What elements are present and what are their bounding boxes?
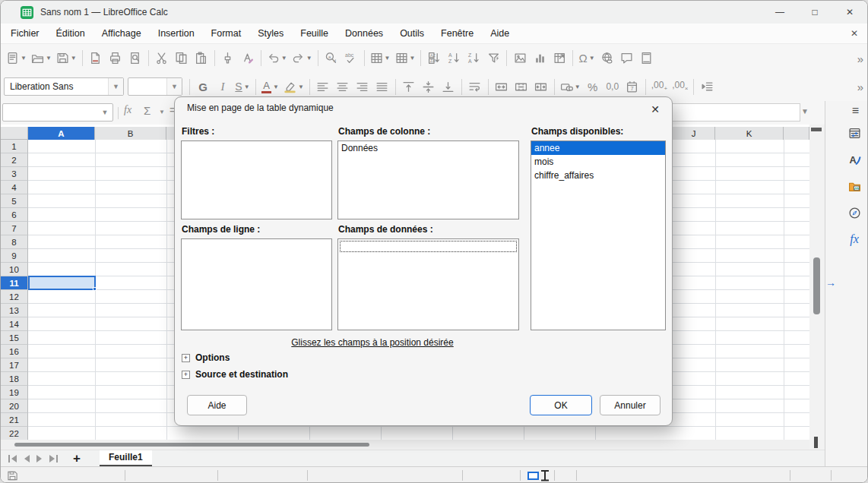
delete-decimal-button[interactable]: ,00× bbox=[670, 76, 690, 97]
dropdown-arrow-icon[interactable]: ▼ bbox=[46, 55, 52, 62]
undo-button[interactable]: ▼ bbox=[265, 48, 290, 69]
row-header-19[interactable]: 19 bbox=[1, 386, 28, 399]
row-header-7[interactable]: 7 bbox=[1, 222, 28, 235]
menu-format[interactable]: Format bbox=[203, 26, 250, 41]
menu-fenetre[interactable]: Fenêtre bbox=[432, 26, 482, 41]
bold-button[interactable]: G bbox=[193, 76, 213, 97]
selection-mode-indicator[interactable] bbox=[527, 472, 539, 480]
copy-button[interactable] bbox=[172, 48, 192, 69]
available-field-item[interactable]: chiffre_affaires bbox=[531, 169, 665, 182]
available-field-item[interactable]: annee bbox=[531, 141, 665, 155]
sidebar-tab-functions[interactable]: fx bbox=[844, 229, 865, 250]
dropdown-arrow-icon[interactable]: ▼ bbox=[71, 55, 77, 62]
insert-chart-button[interactable] bbox=[530, 48, 550, 69]
dropdown-arrow-icon[interactable]: ▼ bbox=[385, 55, 391, 62]
insert-column-button[interactable]: ▼ bbox=[393, 48, 418, 69]
options-expander[interactable]: + Options bbox=[182, 352, 230, 363]
column-header-k[interactable]: K bbox=[715, 127, 784, 140]
minimize-button[interactable]: — bbox=[762, 1, 797, 24]
sum-icon[interactable]: Σ bbox=[144, 104, 150, 117]
row-header-14[interactable]: 14 bbox=[1, 317, 28, 331]
row-header-1[interactable]: 1 bbox=[1, 140, 28, 153]
align-left-button[interactable] bbox=[313, 76, 333, 97]
redo-button[interactable]: ▼ bbox=[290, 48, 315, 69]
chevron-down-icon[interactable]: ▼ bbox=[98, 105, 112, 120]
sheet-tab-feuille1[interactable]: Feuille1 bbox=[100, 450, 152, 467]
dropdown-arrow-icon[interactable]: ▼ bbox=[410, 55, 416, 62]
sort-descending-button[interactable]: ZA bbox=[464, 48, 483, 69]
selected-cell-a11[interactable] bbox=[28, 276, 96, 290]
column-header-a[interactable]: A bbox=[28, 127, 95, 140]
print-preview-button[interactable] bbox=[125, 48, 145, 69]
dropdown-arrow-icon[interactable]: ▼ bbox=[575, 84, 581, 90]
last-sheet-icon[interactable] bbox=[46, 452, 60, 466]
print-button[interactable] bbox=[106, 48, 125, 69]
toolbar-overflow-icon[interactable]: » bbox=[857, 80, 863, 93]
row-header-2[interactable]: 2 bbox=[1, 153, 28, 167]
hyperlink-button[interactable] bbox=[597, 48, 617, 69]
toolbar-overflow-icon[interactable]: » bbox=[857, 52, 863, 65]
paste-button[interactable] bbox=[192, 48, 211, 69]
menu-insertion[interactable]: Insertion bbox=[150, 26, 203, 41]
format-percent-button[interactable]: % bbox=[583, 76, 603, 97]
unmerge-cells-button[interactable] bbox=[531, 76, 551, 97]
find-replace-button[interactable]: ad bbox=[322, 48, 341, 69]
save-button[interactable]: ▼ bbox=[54, 48, 79, 69]
clone-formatting-button[interactable] bbox=[218, 48, 238, 69]
row-header-22[interactable]: 22 bbox=[1, 427, 28, 440]
row-header-18[interactable]: 18 bbox=[1, 372, 28, 386]
close-button[interactable]: ✕ bbox=[832, 1, 867, 24]
cut-button[interactable] bbox=[152, 48, 172, 69]
fill-handle[interactable] bbox=[93, 287, 97, 291]
dropdown-arrow-icon[interactable]: ▼ bbox=[589, 55, 595, 62]
vertical-scrollbar[interactable] bbox=[809, 125, 825, 450]
filters-listbox[interactable] bbox=[181, 140, 332, 219]
row-header-13[interactable]: 13 bbox=[1, 304, 28, 317]
row-fields-listbox[interactable] bbox=[181, 238, 332, 330]
underline-button[interactable]: S▼ bbox=[233, 76, 252, 97]
available-fields-listbox[interactable]: anneemoischiffre_affaires bbox=[531, 140, 666, 330]
column-field-item[interactable]: Données bbox=[338, 141, 518, 155]
menu-donnees[interactable]: Données bbox=[337, 26, 391, 41]
row-header-21[interactable]: 21 bbox=[1, 413, 28, 427]
export-pdf-button[interactable] bbox=[86, 48, 106, 69]
dropdown-arrow-icon[interactable]: ▼ bbox=[306, 55, 312, 62]
menu-edition[interactable]: Édition bbox=[48, 26, 93, 41]
menu-affichage[interactable]: Affichage bbox=[93, 26, 150, 41]
sidebar-tab-properties[interactable] bbox=[844, 122, 865, 144]
italic-button[interactable]: I bbox=[213, 76, 233, 97]
clear-formatting-button[interactable] bbox=[238, 48, 258, 69]
sidebar-tab-styles[interactable]: A bbox=[844, 149, 865, 170]
split-window-handle[interactable] bbox=[811, 128, 822, 131]
sidebar-settings-icon[interactable]: ≡ bbox=[852, 104, 859, 118]
source-destination-expander[interactable]: + Source et destination bbox=[182, 369, 288, 380]
horizontal-scrollbar[interactable] bbox=[1, 440, 809, 450]
comment-button[interactable] bbox=[617, 48, 637, 69]
menu-outils[interactable]: Outils bbox=[391, 26, 432, 41]
row-header-20[interactable]: 20 bbox=[1, 399, 28, 413]
sort-ascending-button[interactable]: AZ bbox=[444, 48, 464, 69]
row-header-16[interactable]: 16 bbox=[1, 345, 28, 358]
help-button[interactable]: Aide bbox=[187, 395, 247, 415]
row-header-15[interactable]: 15 bbox=[1, 331, 28, 345]
center-vertically-button[interactable] bbox=[419, 76, 439, 97]
add-sheet-button[interactable]: + bbox=[68, 451, 86, 466]
name-box[interactable]: ▼ bbox=[2, 103, 113, 122]
vertical-scrollbar-thumb[interactable] bbox=[813, 257, 820, 314]
align-bottom-button[interactable] bbox=[439, 76, 458, 97]
row-header-17[interactable]: 17 bbox=[1, 358, 28, 372]
cancel-button[interactable]: Annuler bbox=[600, 395, 661, 415]
column-header-b[interactable]: B bbox=[95, 127, 166, 140]
special-character-button[interactable]: Ω▼ bbox=[576, 48, 597, 69]
dialog-close-icon[interactable]: ✕ bbox=[648, 102, 663, 117]
sidebar-tab-navigator[interactable] bbox=[844, 202, 865, 223]
sort-button[interactable]: AZZA bbox=[424, 48, 444, 69]
align-justify-button[interactable] bbox=[372, 76, 392, 97]
wrap-text-button[interactable] bbox=[465, 76, 485, 97]
expand-formula-bar-icon[interactable]: ▼ bbox=[801, 107, 809, 115]
horizontal-scrollbar-thumb[interactable] bbox=[14, 443, 369, 447]
dropdown-arrow-icon[interactable]: ▼ bbox=[273, 84, 279, 90]
format-currency-button[interactable]: ▼ bbox=[558, 76, 583, 97]
row-header-12[interactable]: 12 bbox=[1, 290, 28, 304]
chevron-down-icon[interactable]: ▼ bbox=[166, 78, 182, 95]
